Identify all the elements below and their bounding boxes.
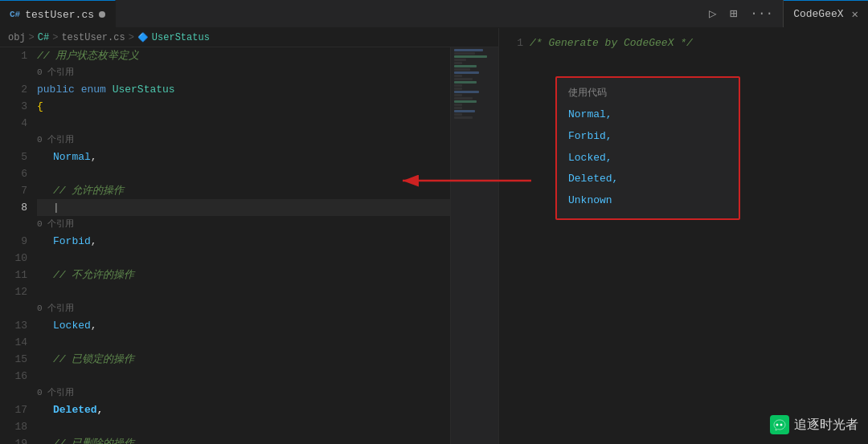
code-line: // 不允许的操作 xyxy=(37,267,450,283)
breadcrumb-class-icon: 🔷 xyxy=(137,32,149,43)
suggestion-popup: 使用代码 Normal, Forbid, Locked, Deleted, Un… xyxy=(555,76,740,220)
cs-icon: C# xyxy=(10,10,20,19)
popup-header: 使用代码 xyxy=(557,84,739,104)
codegeex-tab-label: CodeGeeX xyxy=(793,8,843,20)
breadcrumb: obj > C# > testUser.cs > 🔷 UserStatus xyxy=(0,28,498,47)
svg-point-2 xyxy=(776,424,779,426)
tab-codegeex[interactable]: CodeGeeX ✕ xyxy=(784,0,868,28)
code-line xyxy=(37,418,450,435)
breadcrumb-cs: C# xyxy=(38,32,49,43)
code-line-active: | xyxy=(37,199,450,216)
tab-testuser-cs[interactable]: C# testUser.cs xyxy=(0,0,116,28)
code-line: Forbid, xyxy=(37,233,450,250)
code-line: Normal, xyxy=(37,149,450,165)
minimap xyxy=(450,47,498,444)
ref-hint-line: 0 个引用 xyxy=(37,300,450,317)
code-line: // 允许的操作 xyxy=(37,182,450,199)
ref-hint-line: 0 个引用 xyxy=(37,385,450,401)
code-line xyxy=(37,165,450,182)
popup-item-deleted: Deleted, xyxy=(557,169,739,190)
wechat-icon xyxy=(770,415,789,434)
breadcrumb-obj: obj xyxy=(8,32,26,43)
layout-button[interactable]: ⊞ xyxy=(727,4,741,23)
breadcrumb-sep1: > xyxy=(29,32,35,43)
breadcrumb-class: UserStatus xyxy=(152,32,210,43)
ref-hint-line: 0 个引用 xyxy=(37,64,450,81)
ref-hint-line: 0 个引用 xyxy=(37,216,450,233)
popup-item-unknown: Unknown xyxy=(557,190,739,212)
popup-item-forbid: Forbid, xyxy=(557,126,739,148)
watermark: 追逐时光者 xyxy=(770,415,858,434)
ref-hint-line: 0 个引用 xyxy=(37,132,450,149)
code-line: Locked, xyxy=(37,317,450,334)
popup-item-normal: Normal, xyxy=(557,104,739,126)
close-tab-button[interactable]: ✕ xyxy=(852,7,858,21)
right-code-line: 1 /* Generate by CodeGeeX */ xyxy=(507,35,860,51)
popup-item-locked: Locked, xyxy=(557,148,739,169)
line-numbers: 1 2 3 4 5 6 7 8 9 10 11 12 13 xyxy=(0,47,34,444)
breadcrumb-file[interactable]: testUser.cs xyxy=(61,32,125,43)
code-line xyxy=(37,334,450,351)
more-button[interactable]: ··· xyxy=(747,5,776,22)
code-line: // 用户状态枚举定义 xyxy=(37,47,450,64)
tab-label: testUser.cs xyxy=(25,9,94,21)
codegeex-code-area: 1 /* Generate by CodeGeeX */ 使用代码 Normal… xyxy=(499,28,868,444)
code-line: Deleted, xyxy=(37,401,450,418)
run-button[interactable]: ▷ xyxy=(706,4,720,23)
code-line: // 已锁定的操作 xyxy=(37,351,450,368)
code-line: { xyxy=(37,98,450,115)
code-editor[interactable]: // 用户状态枚举定义 0 个引用 public enum UserStatus… xyxy=(34,47,450,444)
code-line xyxy=(37,283,450,300)
toolbar: ▷ ⊞ ··· xyxy=(706,0,783,27)
code-line: public enum UserStatus xyxy=(37,81,450,98)
code-line xyxy=(37,368,450,385)
code-line xyxy=(37,250,450,267)
watermark-text: 追逐时光者 xyxy=(794,417,858,434)
svg-point-3 xyxy=(780,424,783,426)
modified-dot xyxy=(99,11,105,18)
code-line: // 已删除的操作 xyxy=(37,435,450,444)
code-line xyxy=(37,115,450,132)
codegeex-panel: 1 /* Generate by CodeGeeX */ 使用代码 Normal… xyxy=(498,28,868,444)
